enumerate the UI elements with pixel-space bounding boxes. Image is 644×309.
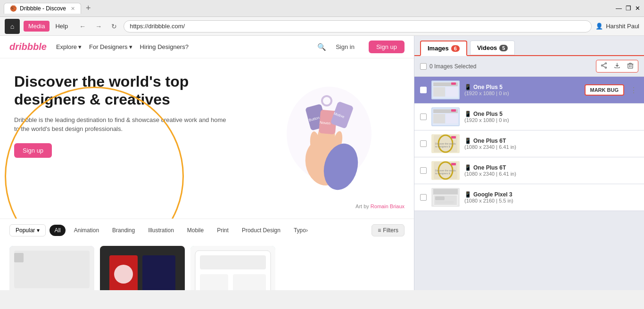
images-tab-count: 6: [451, 45, 460, 52]
item-checkbox-5[interactable]: [420, 194, 427, 201]
svg-rect-24: [200, 255, 266, 269]
thumbnail-1[interactable]: [9, 246, 94, 290]
delete-button[interactable]: [625, 61, 636, 71]
popular-dropdown[interactable]: Popular ▾: [9, 224, 46, 236]
filter-bar: Popular ▾ All Animation Branding Illustr…: [0, 219, 414, 241]
svg-rect-50: [451, 136, 456, 138]
phone-icon: 📱: [464, 111, 471, 117]
filter-icon: ≡: [378, 227, 381, 234]
download-button[interactable]: [611, 61, 623, 71]
svg-rect-44: [433, 114, 445, 123]
svg-rect-25: [200, 274, 228, 290]
tab-title: Dribbble - Discove: [20, 5, 66, 12]
item-more-button-1[interactable]: ⋮: [629, 86, 638, 95]
svg-rect-26: [233, 274, 266, 290]
images-tab-label: Images: [428, 45, 449, 52]
image-list: 📱 One Plus 5 (1920 x 1080 | 0 in) MARK B…: [414, 77, 644, 290]
svg-rect-15: [14, 251, 90, 288]
share-button[interactable]: [598, 61, 610, 71]
select-all-area: 0 Images Selected: [420, 63, 476, 70]
hero-title: Discover the world's top designers & cre…: [14, 73, 231, 109]
svg-point-29: [602, 65, 603, 66]
videos-tab-label: Videos: [477, 44, 497, 51]
image-item-3[interactable]: Discover the worlds to designers & 📱 One…: [414, 130, 644, 157]
help-tab[interactable]: Help: [50, 21, 73, 32]
close-button[interactable]: ✕: [635, 5, 640, 12]
filter-typo[interactable]: Typo›: [289, 225, 313, 236]
filter-branding[interactable]: Branding: [107, 225, 140, 236]
svg-rect-63: [435, 196, 445, 200]
svg-rect-45: [446, 114, 458, 123]
image-item-1[interactable]: 📱 One Plus 5 (1920 x 1080 | 0 in) MARK B…: [414, 77, 644, 104]
tab-close-icon[interactable]: ✕: [71, 6, 75, 12]
hero-signup-button[interactable]: Sign up: [14, 143, 52, 158]
thumbnail-2[interactable]: [100, 246, 185, 290]
address-bar[interactable]: https://dribbble.com/: [124, 20, 592, 33]
item-info-3: 📱 One Plus 6T (1080 x 2340 | 6.41 in): [464, 138, 638, 150]
item-thumbnail-4: Discover the worlds to designers &: [431, 161, 460, 180]
hero-section: Discover the world's top designers & cre…: [0, 58, 414, 219]
search-icon[interactable]: 🔍: [317, 43, 326, 51]
back-button[interactable]: ←: [76, 21, 89, 32]
sign-in-link[interactable]: Sign in: [336, 43, 355, 50]
image-item-2[interactable]: 📱 One Plus 5 (1920 x 1080 | 0 in): [414, 104, 644, 130]
active-tab[interactable]: 🏀 Dribbble - Discove ✕: [4, 3, 81, 14]
filter-print[interactable]: Print: [212, 225, 233, 236]
image-item-5[interactable]: 📱 Google Pixel 3 (1080 x 2160 | 5.5 in): [414, 184, 644, 211]
svg-rect-20: [142, 255, 175, 290]
item-thumbnail-2: [431, 107, 460, 126]
filter-all[interactable]: All: [50, 225, 65, 236]
new-tab-button[interactable]: +: [83, 2, 94, 14]
item-info-1: 📱 One Plus 5 (1920 x 1080 | 0 in): [464, 84, 580, 96]
artist-link[interactable]: Romain Briaux: [371, 203, 405, 209]
nav-hiring[interactable]: Hiring Designers?: [140, 43, 189, 50]
item-checkbox-4[interactable]: [420, 167, 427, 174]
images-tab[interactable]: Images 6: [420, 41, 467, 56]
filter-mobile[interactable]: Mobile: [182, 225, 208, 236]
sign-up-button[interactable]: Sign up: [369, 41, 405, 53]
nav-for-designers[interactable]: For Designers ▾: [89, 43, 132, 50]
item-checkbox-2[interactable]: [420, 114, 427, 120]
dribbble-nav: Explore ▾ For Designers ▾ Hiring Designe…: [56, 43, 189, 50]
selected-count: 0 Images Selected: [429, 63, 476, 70]
item-thumbnail-1: [431, 81, 460, 99]
reload-button[interactable]: ↻: [108, 21, 120, 32]
item-name-5: 📱 Google Pixel 3: [464, 191, 638, 198]
media-tab[interactable]: Media: [24, 21, 50, 32]
filter-animation[interactable]: Animation: [69, 225, 104, 236]
image-item-4[interactable]: Discover the worlds to designers & 📱 One…: [414, 157, 644, 184]
thumbnail-3[interactable]: [190, 246, 275, 290]
chevron-down-icon: ▾: [78, 43, 82, 50]
item-checkbox-3[interactable]: [420, 140, 427, 147]
filter-product-design[interactable]: Product Design: [237, 225, 285, 236]
main-layout: dribbble Explore ▾ For Designers ▾ Hirin…: [0, 36, 644, 290]
item-name-2: 📱 One Plus 5: [464, 111, 638, 117]
home-button[interactable]: ⌂: [5, 19, 20, 34]
svg-rect-61: [433, 189, 458, 195]
item-dims-2: (1920 x 1080 | 0 in): [464, 117, 638, 123]
nav-explore[interactable]: Explore ▾: [56, 43, 82, 50]
item-checkbox-1[interactable]: [420, 87, 427, 93]
maximize-button[interactable]: ❐: [626, 5, 631, 12]
svg-line-31: [603, 66, 605, 67]
website-content: dribbble Explore ▾ For Designers ▾ Hirin…: [0, 36, 414, 290]
select-all-checkbox[interactable]: [420, 63, 427, 70]
item-name-1: 📱 One Plus 5: [464, 84, 580, 90]
thumbnails-row: [0, 241, 414, 290]
profile-area: 👤 Harshit Paul: [595, 23, 639, 30]
dribbble-header: dribbble Explore ▾ For Designers ▾ Hirin…: [0, 36, 414, 58]
item-info-4: 📱 One Plus 6T (1080 x 2340 | 6.41 in): [464, 164, 638, 177]
navigation-bar: ⌂ Media Help ← → ↻ https://dribbble.com/…: [0, 17, 644, 36]
minimize-button[interactable]: —: [616, 5, 622, 12]
videos-tab[interactable]: Videos 5: [470, 41, 515, 55]
filters-button[interactable]: ≡ Filters: [372, 224, 405, 236]
filter-illustration[interactable]: Illustration: [143, 225, 179, 236]
item-name-3: 📱 One Plus 6T: [464, 138, 638, 144]
forward-button[interactable]: →: [92, 21, 105, 32]
item-thumbnail-5: [431, 188, 460, 207]
panel-toolbar: 0 Images Selected: [414, 55, 644, 77]
item-dims-3: (1080 x 2340 | 6.41 in): [464, 144, 638, 150]
mark-bug-button-1[interactable]: MARK BUG: [585, 84, 625, 96]
svg-rect-46: [451, 109, 456, 112]
chevron-down-icon: ▾: [37, 227, 40, 234]
